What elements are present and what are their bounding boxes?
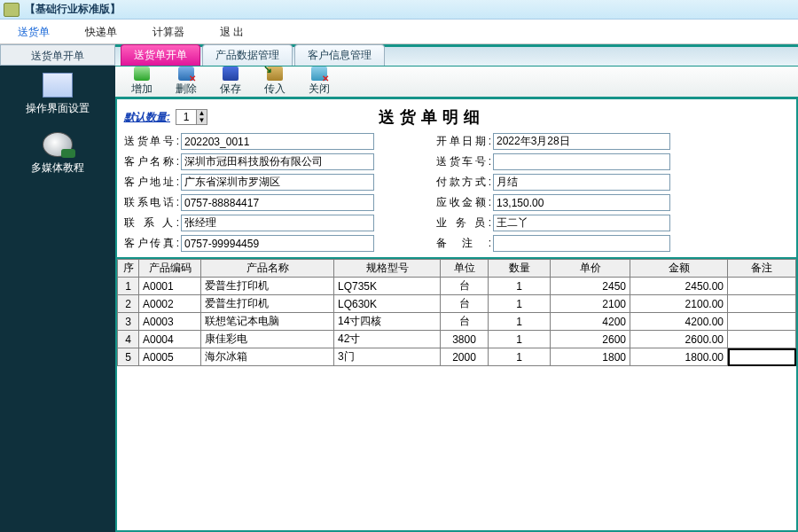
cell-spec[interactable]: LQ735K — [334, 278, 441, 295]
field-label-phone: 联系电话: — [124, 195, 181, 210]
tab-customer-info[interactable]: 客户信息管理 — [294, 44, 385, 66]
menu-delivery[interactable]: 送货单 — [0, 20, 67, 44]
cell-name[interactable]: 康佳彩电 — [201, 331, 334, 348]
table-row[interactable]: 3A0003联想笔记本电脑14寸四核台142004200.00 — [118, 313, 796, 331]
menu-exit[interactable]: 退 出 — [202, 20, 262, 44]
tab-delivery-create[interactable]: 送货单开单 — [121, 44, 200, 66]
cell-price[interactable]: 1800 — [551, 348, 630, 366]
menu-express[interactable]: 快递单 — [67, 20, 135, 44]
plus-icon — [134, 66, 150, 81]
column-header[interactable]: 数量 — [489, 260, 551, 278]
field-input-cust_name[interactable] — [181, 153, 374, 170]
cell-price[interactable]: 4200 — [551, 313, 630, 331]
cell-qty[interactable]: 1 — [489, 313, 551, 331]
default-qty-input[interactable] — [176, 110, 196, 124]
cell-unit[interactable]: 台 — [441, 278, 489, 295]
cell-code[interactable]: A0004 — [139, 331, 201, 348]
cell-unit[interactable]: 台 — [441, 295, 489, 313]
cell-name[interactable]: 爱普生打印机 — [201, 278, 334, 295]
cell-amt[interactable]: 2450.00 — [630, 278, 728, 295]
field-input-phone[interactable] — [181, 194, 374, 211]
cell-rn[interactable]: 5 — [118, 348, 139, 366]
field-input-remark[interactable] — [493, 235, 670, 252]
tab-product-data[interactable]: 产品数据管理 — [202, 44, 293, 66]
cell-rn[interactable]: 4 — [118, 331, 139, 348]
field-input-fax[interactable] — [181, 235, 374, 252]
cell-name[interactable]: 海尔冰箱 — [201, 348, 334, 366]
default-qty-stepper[interactable]: ▲▼ — [176, 109, 207, 125]
cell-rn[interactable]: 1 — [118, 278, 139, 295]
close-button[interactable]: 关闭 — [300, 66, 339, 97]
save-icon — [223, 66, 239, 81]
cell-qty[interactable]: 1 — [489, 348, 551, 366]
cell-price[interactable]: 2450 — [551, 278, 630, 295]
cell-spec[interactable]: 3门 — [334, 348, 441, 366]
cell-unit[interactable]: 2000 — [441, 348, 489, 366]
save-button[interactable]: 保存 — [211, 66, 250, 97]
cell-spec[interactable]: 14寸四核 — [334, 313, 441, 331]
cell-note[interactable] — [728, 331, 796, 348]
column-header[interactable]: 规格型号 — [334, 260, 441, 278]
cell-amt[interactable]: 2100.00 — [630, 295, 728, 313]
tab-bar: 送货单开单 产品数据管理 客户信息管理 — [115, 44, 798, 66]
cell-note[interactable] — [728, 313, 796, 331]
cell-qty[interactable]: 1 — [489, 278, 551, 295]
default-qty-label: 默认数量: — [124, 110, 170, 125]
sidebar-item-ui-settings[interactable]: 操作界面设置 — [0, 66, 115, 125]
cell-amt[interactable]: 1800.00 — [630, 348, 728, 366]
cell-note[interactable] — [728, 348, 796, 366]
field-input-pay_method[interactable] — [493, 174, 670, 191]
column-header[interactable]: 产品名称 — [201, 260, 334, 278]
cell-name[interactable]: 联想笔记本电脑 — [201, 313, 334, 331]
cell-rn[interactable]: 2 — [118, 295, 139, 313]
cell-unit[interactable]: 3800 — [441, 331, 489, 348]
form-title: 送货单明细 — [207, 106, 656, 128]
field-input-contact[interactable] — [181, 215, 374, 231]
cell-note[interactable] — [728, 295, 796, 313]
sidebar-item-tutorial[interactable]: 多媒体教程 — [0, 125, 115, 184]
detail-table[interactable]: 序产品编码产品名称规格型号单位数量单价金额备注 1A0001爱普生打印机LQ73… — [117, 259, 796, 366]
field-input-order_date[interactable] — [493, 133, 670, 150]
cell-spec[interactable]: LQ630K — [334, 295, 441, 313]
import-button[interactable]: 传入 — [255, 66, 294, 97]
cell-code[interactable]: A0002 — [139, 295, 201, 313]
cell-qty[interactable]: 1 — [489, 331, 551, 348]
field-input-receivable[interactable] — [493, 194, 670, 211]
field-input-truck_no[interactable] — [493, 153, 670, 170]
sidebar: 送货单开单 操作界面设置 多媒体教程 — [0, 44, 115, 532]
field-label-fax: 客户传真: — [124, 236, 181, 251]
menu-calculator[interactable]: 计算器 — [135, 20, 202, 44]
column-header[interactable]: 金额 — [630, 260, 728, 278]
cell-code[interactable]: A0005 — [139, 348, 201, 366]
field-input-cust_addr[interactable] — [181, 174, 374, 191]
cell-code[interactable]: A0001 — [139, 278, 201, 295]
window-title: 【基础行业标准版】 — [25, 2, 121, 17]
column-header[interactable]: 单位 — [441, 260, 489, 278]
delete-button[interactable]: 删除 — [167, 66, 206, 97]
cell-rn[interactable]: 3 — [118, 313, 139, 331]
add-button[interactable]: 增加 — [122, 66, 161, 97]
field-input-order_no[interactable] — [181, 133, 374, 150]
table-row[interactable]: 4A0004康佳彩电42寸3800126002600.00 — [118, 331, 796, 348]
field-input-clerk[interactable] — [493, 215, 670, 231]
table-row[interactable]: 1A0001爱普生打印机LQ735K台124502450.00 — [118, 278, 796, 295]
column-header[interactable]: 备注 — [728, 260, 796, 278]
cell-name[interactable]: 爱普生打印机 — [201, 295, 334, 313]
cell-price[interactable]: 2600 — [551, 331, 630, 348]
cell-code[interactable]: A0003 — [139, 313, 201, 331]
cell-amt[interactable]: 4200.00 — [630, 313, 728, 331]
field-label-receivable: 应收金额: — [436, 195, 493, 210]
table-row[interactable]: 2A0002爱普生打印机LQ630K台121002100.00 — [118, 295, 796, 313]
step-down-icon[interactable]: ▼ — [196, 117, 207, 124]
column-header[interactable]: 产品编码 — [139, 260, 201, 278]
cell-unit[interactable]: 台 — [441, 313, 489, 331]
cell-spec[interactable]: 42寸 — [334, 331, 441, 348]
cell-price[interactable]: 2100 — [551, 295, 630, 313]
table-row[interactable]: 5A0005海尔冰箱3门2000118001800.00 — [118, 348, 796, 366]
toolbar: 增加 删除 保存 传入 关闭 — [115, 66, 798, 98]
column-header[interactable]: 单价 — [551, 260, 630, 278]
column-header[interactable]: 序 — [118, 260, 139, 278]
cell-note[interactable] — [728, 278, 796, 295]
cell-amt[interactable]: 2600.00 — [630, 331, 728, 348]
cell-qty[interactable]: 1 — [489, 295, 551, 313]
